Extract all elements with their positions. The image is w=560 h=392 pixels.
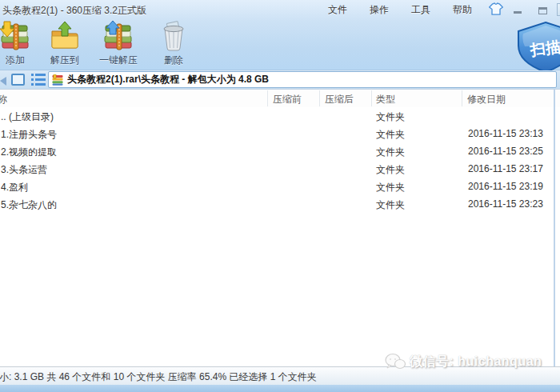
delete-button[interactable]: 删除 xyxy=(147,21,200,67)
add-button-label: 添加 xyxy=(6,54,25,67)
row-name: 4.盈利 xyxy=(1,181,265,194)
delete-button-label: 删除 xyxy=(164,54,183,67)
one-click-extract-button-label: 一键解压 xyxy=(99,54,138,67)
list-view-button[interactable] xyxy=(30,72,47,87)
extract-to-button[interactable]: 解压到 xyxy=(38,21,91,67)
menu-bar: 文件 操作 工具 帮助 xyxy=(317,1,483,18)
column-header-size-after[interactable]: 压缩后 xyxy=(325,93,354,106)
add-button[interactable]: 添加 xyxy=(0,21,42,67)
row-date: 2016-11-15 23:25 xyxy=(468,146,553,157)
icon-view-button[interactable] xyxy=(9,72,26,87)
menu-item-file[interactable]: 文件 xyxy=(317,1,358,19)
row-type: 文件夹 xyxy=(376,181,456,194)
maximize-button[interactable] xyxy=(533,4,552,16)
column-separator xyxy=(462,90,462,106)
row-name: .. (上级目录) xyxy=(1,110,265,124)
address-path: 头条教程2(1).rar\头条教程 - 解包大小为 4.8 GB xyxy=(67,73,269,86)
table-row[interactable]: 5.杂七杂八的 文件夹 2016-11-15 23:23 xyxy=(0,195,554,213)
row-name: 5.杂七杂八的 xyxy=(1,198,265,212)
row-date: 2016-11-15 23:23 xyxy=(468,198,553,210)
status-bar: 大小: 3.1 GB 共 46 个文件和 10 个文件夹 压缩率 65.4% 已… xyxy=(0,366,560,385)
address-bar[interactable]: 头条教程2(1).rar\头条教程 - 解包大小为 4.8 GB xyxy=(48,71,557,88)
column-separator xyxy=(371,90,372,106)
row-type: 文件夹 xyxy=(376,146,456,159)
table-row[interactable]: 1.注册头条号 文件夹 2016-11-15 23:13 xyxy=(0,125,554,142)
close-button-partial[interactable] xyxy=(557,3,560,16)
table-row[interactable]: .. (上级目录) 文件夹 xyxy=(0,107,554,125)
large-icon-view-icon xyxy=(11,74,25,86)
row-name: 2.视频的提取 xyxy=(1,146,265,159)
minimize-button[interactable] xyxy=(508,4,527,16)
one-click-extract-icon xyxy=(102,21,134,53)
table-row[interactable]: 4.盈利 文件夹 2016-11-15 23:19 xyxy=(0,178,554,195)
list-view-icon xyxy=(31,74,46,86)
skin-button[interactable] xyxy=(486,2,506,18)
scan-shield-icon: 扫描 xyxy=(515,21,560,74)
menu-item-operation[interactable]: 操作 xyxy=(358,1,400,19)
table-row[interactable]: 3.头条运营 文件夹 2016-11-15 23:17 xyxy=(0,160,554,178)
maximize-icon xyxy=(538,7,547,14)
nav-up-icon-partial[interactable] xyxy=(0,77,6,86)
archive-file-icon xyxy=(52,74,63,86)
menu-item-tools[interactable]: 工具 xyxy=(400,1,442,19)
delete-icon xyxy=(158,21,190,53)
row-type: 文件夹 xyxy=(376,128,456,142)
svg-text:扫描: 扫描 xyxy=(529,38,560,59)
list-header: 名称 压缩前 压缩后 类型 修改日期 xyxy=(0,90,560,107)
archive-add-icon xyxy=(0,21,31,53)
app-window: 头条教程2(1) - 360压缩 3.2正式版 文件 操作 工具 帮助 xyxy=(0,0,560,392)
row-date: 2016-11-15 23:17 xyxy=(468,163,553,174)
file-list: .. (上级目录) 文件夹 1.注册头条号 文件夹 2016-11-15 23:… xyxy=(0,107,554,213)
minimize-icon xyxy=(514,11,522,14)
row-name: 3.头条运营 xyxy=(1,163,265,177)
row-name: 1.注册头条号 xyxy=(1,128,265,142)
extract-to-icon xyxy=(49,21,81,53)
scan-button[interactable]: 扫描 xyxy=(515,21,560,74)
row-date: 2016-11-15 23:19 xyxy=(468,181,553,192)
list-right-edge xyxy=(554,90,555,366)
column-separator xyxy=(267,90,268,106)
column-header-size-before[interactable]: 压缩前 xyxy=(273,93,302,106)
column-header-date[interactable]: 修改日期 xyxy=(467,93,506,106)
window-title: 头条教程2(1) - 360压缩 3.2正式版 xyxy=(2,4,146,18)
row-type: 文件夹 xyxy=(376,163,456,177)
window-bottom-border xyxy=(0,385,560,392)
status-text: 大小: 3.1 GB 共 46 个文件和 10 个文件夹 压缩率 65.4% 已… xyxy=(0,370,317,384)
column-header-type[interactable]: 类型 xyxy=(376,93,395,106)
one-click-extract-button[interactable]: 一键解压 xyxy=(92,21,145,67)
row-date: 2016-11-15 23:13 xyxy=(468,128,553,139)
shirt-icon xyxy=(488,2,504,19)
menu-item-help[interactable]: 帮助 xyxy=(442,1,483,19)
table-row[interactable]: 2.视频的提取 文件夹 2016-11-15 23:25 xyxy=(0,142,554,160)
column-separator xyxy=(319,90,320,106)
column-header-name[interactable]: 名称 xyxy=(0,93,7,106)
row-type: 文件夹 xyxy=(376,198,456,212)
row-type: 文件夹 xyxy=(376,110,456,124)
extract-to-button-label: 解压到 xyxy=(50,54,79,67)
